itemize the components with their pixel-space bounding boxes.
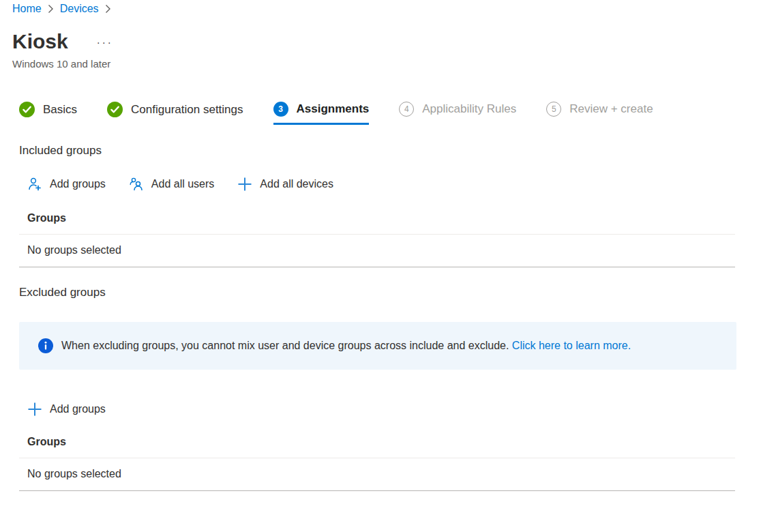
check-circle-icon: [19, 102, 35, 117]
excluded-groups-table: Groups No groups selected: [19, 436, 735, 491]
wizard-tabs: Basics Configuration settings 3 Assignme…: [19, 102, 761, 125]
groups-column-header: Groups: [19, 212, 735, 234]
tab-configuration-settings[interactable]: Configuration settings: [107, 102, 243, 125]
info-banner: When excluding groups, you cannot mix us…: [19, 322, 736, 370]
tab-assignments[interactable]: 3 Assignments: [273, 102, 370, 125]
step-number-badge: 4: [399, 102, 414, 117]
included-groups-toolbar: Add groups Add all users Add all devices: [27, 177, 761, 192]
divider: [19, 267, 735, 267]
toolbar-button-label: Add all devices: [260, 178, 333, 190]
plus-icon: [237, 177, 252, 192]
step-number-badge: 5: [546, 102, 561, 117]
plus-icon: [27, 402, 42, 417]
page-title: Kiosk: [12, 30, 68, 53]
included-groups-table: Groups No groups selected: [19, 212, 735, 267]
empty-groups-row: No groups selected: [19, 235, 735, 267]
step-number-badge: 3: [273, 102, 288, 117]
tab-label: Basics: [43, 103, 77, 117]
info-icon: [38, 338, 53, 353]
page-header: Kiosk ···: [12, 30, 761, 53]
info-banner-text: When excluding groups, you cannot mix us…: [61, 340, 631, 352]
breadcrumb-link-home[interactable]: Home: [12, 3, 42, 15]
breadcrumb-link-devices[interactable]: Devices: [60, 3, 99, 15]
people-icon: [129, 177, 144, 192]
add-all-devices-button[interactable]: Add all devices: [237, 177, 333, 192]
excluded-groups-toolbar: Add groups: [27, 402, 761, 417]
tab-label: Applicability Rules: [422, 102, 516, 116]
learn-more-link[interactable]: Click here to learn more.: [512, 340, 631, 351]
check-circle-icon: [107, 102, 123, 117]
divider: [19, 490, 735, 491]
tab-label: Configuration settings: [131, 103, 243, 117]
assignments-page: Home Devices Kiosk ··· Windows 10 and la…: [0, 0, 761, 532]
empty-groups-row: No groups selected: [19, 458, 735, 490]
person-add-icon: [27, 177, 42, 192]
tab-applicability-rules[interactable]: 4 Applicability Rules: [399, 102, 516, 125]
tab-label: Assignments: [297, 102, 370, 116]
toolbar-button-label: Add all users: [151, 178, 215, 190]
add-all-users-button[interactable]: Add all users: [129, 177, 215, 192]
page-subtitle: Windows 10 and later: [12, 58, 761, 70]
tab-review-create[interactable]: 5 Review + create: [546, 102, 653, 125]
toolbar-button-label: Add groups: [50, 178, 106, 190]
excluded-groups-heading: Excluded groups: [19, 286, 761, 299]
more-options-button[interactable]: ···: [95, 34, 115, 50]
groups-column-header: Groups: [19, 436, 735, 458]
add-groups-button[interactable]: Add groups: [27, 402, 106, 417]
chevron-right-icon: [105, 4, 111, 14]
breadcrumb: Home Devices: [0, 0, 761, 15]
included-groups-heading: Included groups: [19, 144, 761, 158]
chevron-right-icon: [48, 4, 54, 14]
tab-label: Review + create: [569, 102, 653, 116]
tab-basics[interactable]: Basics: [19, 102, 77, 125]
info-banner-message: When excluding groups, you cannot mix us…: [61, 340, 509, 351]
add-groups-button[interactable]: Add groups: [27, 177, 106, 192]
toolbar-button-label: Add groups: [50, 403, 106, 415]
